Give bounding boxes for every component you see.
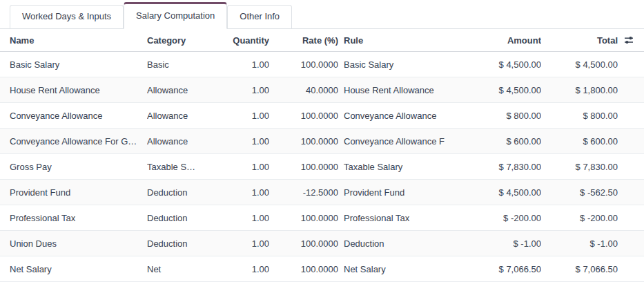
cell-rate: 100.0000 [269,264,338,274]
salary-lines-table: Name Category Quantity Rate (%) Rule Amo… [0,29,644,282]
cell-total: $ -200.00 [541,213,618,223]
cell-amount: $ -1.00 [445,238,541,249]
cell-category: Allowance [147,136,224,147]
cell-total: $ 600.00 [541,136,618,147]
cell-category: Taxable S… [147,162,224,172]
cell-rate: -12.5000 [269,187,338,198]
cell-name: Conveyance Allowance [0,111,147,121]
column-header-total[interactable]: Total [541,35,618,46]
tab-worked-days-inputs[interactable]: Worked Days & Inputs [10,5,124,28]
cell-amount: $ -200.00 [445,213,541,223]
cell-rate: 100.0000 [269,213,338,223]
cell-total: $ -1.00 [541,238,618,249]
cell-amount: $ 4,500.00 [445,187,541,198]
table-row[interactable]: Professional Tax Deduction 1.00 100.0000… [0,205,644,231]
notebook-tabs: Worked Days & Inputs Salary Computation … [0,0,644,29]
cell-category: Deduction [147,238,224,249]
cell-quantity: 1.00 [224,59,269,70]
tab-salary-computation[interactable]: Salary Computation [124,2,227,29]
table-row[interactable]: Conveyance Allowance For G… Allowance 1.… [0,129,644,154]
cell-amount: $ 4,500.00 [445,85,541,95]
cell-category: Deduction [147,213,224,223]
cell-category: Allowance [147,85,224,95]
cell-total: $ 7,830.00 [541,162,618,172]
cell-total: $ 7,066.50 [541,264,618,274]
column-header-name[interactable]: Name [0,35,147,46]
cell-rule: Basic Salary [338,59,445,70]
table-row[interactable]: Gross Pay Taxable S… 1.00 100.0000 Taxab… [0,154,644,180]
cell-name: Union Dues [0,238,147,249]
cell-amount: $ 800.00 [445,111,541,121]
sliders-icon[interactable] [623,34,635,46]
cell-rate: 100.0000 [269,59,338,70]
cell-quantity: 1.00 [224,111,269,121]
cell-name: Basic Salary [0,59,147,70]
table-row[interactable]: Conveyance Allowance Allowance 1.00 100.… [0,103,644,129]
cell-rate: 100.0000 [269,111,338,121]
column-header-rule[interactable]: Rule [338,35,445,46]
cell-quantity: 1.00 [224,187,269,198]
cell-name: Provident Fund [0,187,147,198]
cell-rate: 40.0000 [269,85,338,95]
cell-amount: $ 4,500.00 [445,59,541,70]
cell-rate: 100.0000 [269,136,338,147]
cell-quantity: 1.00 [224,136,269,147]
cell-rate: 100.0000 [269,238,338,249]
cell-rule: Net Salary [338,264,445,274]
cell-category: Allowance [147,111,224,121]
cell-quantity: 1.00 [224,162,269,172]
cell-amount: $ 7,066.50 [445,264,541,274]
table-row[interactable]: Provident Fund Deduction 1.00 -12.5000 P… [0,180,644,205]
cell-quantity: 1.00 [224,238,269,249]
cell-quantity: 1.00 [224,85,269,95]
cell-amount: $ 7,830.00 [445,162,541,172]
column-header-quantity[interactable]: Quantity [224,35,269,46]
table-row[interactable]: Union Dues Deduction 1.00 100.0000 Deduc… [0,231,644,256]
cell-category: Basic [147,59,224,70]
cell-total: $ 800.00 [541,111,618,121]
cell-amount: $ 600.00 [445,136,541,147]
cell-rule: Conveyance Allowance [338,111,445,121]
cell-rule: Taxable Salary [338,162,445,172]
cell-rule: Conveyance Allowance For… [338,136,445,147]
cell-name: Professional Tax [0,213,147,223]
cell-name: House Rent Allowance [0,85,147,95]
cell-category: Deduction [147,187,224,198]
tab-other-info[interactable]: Other Info [227,5,292,28]
cell-total: $ 4,500.00 [541,59,618,70]
cell-rule: Deduction [338,238,445,249]
cell-rule: Provident Fund [338,187,445,198]
table-header-row: Name Category Quantity Rate (%) Rule Amo… [0,29,644,52]
table-row[interactable]: House Rent Allowance Allowance 1.00 40.0… [0,77,644,103]
table-row[interactable]: Net Salary Net 1.00 100.0000 Net Salary … [0,256,644,282]
cell-quantity: 1.00 [224,213,269,223]
cell-name: Gross Pay [0,162,147,172]
table-body: Basic Salary Basic 1.00 100.0000 Basic S… [0,52,644,282]
cell-name: Net Salary [0,264,147,274]
cell-rule: House Rent Allowance [338,85,445,95]
table-row[interactable]: Basic Salary Basic 1.00 100.0000 Basic S… [0,52,644,77]
cell-rate: 100.0000 [269,162,338,172]
column-header-rate[interactable]: Rate (%) [269,35,338,46]
column-header-amount[interactable]: Amount [445,35,541,46]
cell-total: $ -562.50 [541,187,618,198]
cell-name: Conveyance Allowance For G… [0,136,147,147]
cell-quantity: 1.00 [224,264,269,274]
cell-category: Net [147,264,224,274]
cell-total: $ 1,800.00 [541,85,618,95]
column-header-category[interactable]: Category [147,35,224,46]
cell-rule: Professional Tax [338,213,445,223]
